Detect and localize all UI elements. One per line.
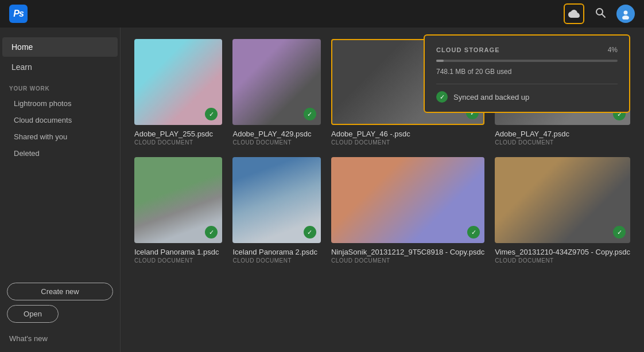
sidebar-item-learn[interactable]: Learn <box>2 57 118 77</box>
sidebar: Home Learn YOUR WORK Lightroom photos Cl… <box>0 28 121 352</box>
file-thumb-1: ✓ <box>232 39 321 125</box>
sidebar-item-home[interactable]: Home <box>2 37 118 57</box>
topnav-left: Ps <box>9 5 28 23</box>
file-name-0: Adobe_PLAY_255.psdc <box>134 130 222 138</box>
cloud-storage-icon-button[interactable] <box>564 3 584 24</box>
cloud-storage-popup: CLOUD STORAGE 4% 748.1 MB of 20 GB used … <box>424 34 630 113</box>
main-layout: Home Learn YOUR WORK Lightroom photos Cl… <box>0 28 644 352</box>
file-name-6: NinjaSonik_20131212_9T5C8918 - Copy.psdc <box>331 248 484 256</box>
top-nav: Ps <box>0 0 644 28</box>
sync-badge-4: ✓ <box>205 226 218 238</box>
cloud-popup-percent: 4% <box>608 46 618 54</box>
svg-point-3 <box>624 11 628 15</box>
cloud-popup-header: CLOUD STORAGE 4% <box>436 46 618 54</box>
topnav-right <box>564 3 635 24</box>
file-card-0[interactable]: ✓ Adobe_PLAY_255.psdc CLOUD DOCUMENT <box>134 39 222 146</box>
file-card-4[interactable]: ✓ Iceland Panorama 1.psdc CLOUD DOCUMENT <box>134 157 222 264</box>
file-thumb-6: ✓ <box>331 157 484 243</box>
sidebar-nav: Home Learn YOUR WORK Lightroom photos Cl… <box>0 37 120 277</box>
file-type-3: CLOUD DOCUMENT <box>495 139 630 146</box>
content-area: CLOUD STORAGE 4% 748.1 MB of 20 GB used … <box>121 28 644 352</box>
open-button[interactable]: Open <box>7 305 59 323</box>
file-card-6[interactable]: ✓ NinjaSonik_20131212_9T5C8918 - Copy.ps… <box>331 157 484 264</box>
file-thumb-0: ✓ <box>134 39 222 125</box>
sidebar-section-your-work: YOUR WORK <box>0 77 120 95</box>
sidebar-item-cloud-documents[interactable]: Cloud documents <box>0 112 120 128</box>
svg-line-1 <box>602 14 606 17</box>
cloud-popup-status-text: Synced and backed up <box>453 93 529 101</box>
file-name-3: Adobe_PLAY_47.psdc <box>495 130 630 138</box>
file-type-0: CLOUD DOCUMENT <box>134 139 222 146</box>
file-name-5: Iceland Panorama 2.psdc <box>232 248 321 256</box>
file-type-7: CLOUD DOCUMENT <box>495 257 630 264</box>
cloud-popup-status: ✓ Synced and backed up <box>436 91 618 103</box>
whats-new-link[interactable]: What's new <box>0 323 120 343</box>
ps-logo: Ps <box>9 5 28 23</box>
file-type-6: CLOUD DOCUMENT <box>331 257 484 264</box>
sync-badge-6: ✓ <box>467 226 480 238</box>
file-card-7[interactable]: ✓ Vimes_20131210-434Z9705 - Copy.psdc CL… <box>495 157 630 264</box>
sync-badge-7: ✓ <box>613 226 626 238</box>
search-icon-button[interactable] <box>595 7 606 21</box>
create-new-button[interactable]: Create new <box>7 283 113 300</box>
file-name-7: Vimes_20131210-434Z9705 - Copy.psdc <box>495 248 630 256</box>
cloud-popup-divider <box>436 84 618 84</box>
cloud-progress-bar-fill <box>436 60 444 62</box>
file-type-1: CLOUD DOCUMENT <box>232 139 321 146</box>
file-type-4: CLOUD DOCUMENT <box>134 257 222 264</box>
sidebar-item-lightroom[interactable]: Lightroom photos <box>0 95 120 112</box>
sidebar-actions: Create new Open <box>0 277 120 323</box>
sync-badge-1: ✓ <box>304 108 316 120</box>
sync-badge-5: ✓ <box>304 226 316 238</box>
file-thumb-7: ✓ <box>495 157 630 243</box>
sidebar-item-shared[interactable]: Shared with you <box>0 128 120 145</box>
file-name-1: Adobe_PLAY_429.psdc <box>232 130 321 138</box>
file-card-5[interactable]: ✓ Iceland Panorama 2.psdc CLOUD DOCUMENT <box>232 157 321 264</box>
file-name-2: Adobe_PLAY_46 -.psdc <box>331 130 484 138</box>
file-name-4: Iceland Panorama 1.psdc <box>134 248 222 256</box>
cloud-popup-used: 748.1 MB of 20 GB used <box>436 68 618 76</box>
file-thumb-4: ✓ <box>134 157 222 243</box>
cloud-progress-bar-bg <box>436 60 618 62</box>
file-type-5: CLOUD DOCUMENT <box>232 257 321 264</box>
cloud-popup-title: CLOUD STORAGE <box>436 46 500 53</box>
file-card-1[interactable]: ✓ Adobe_PLAY_429.psdc CLOUD DOCUMENT <box>232 39 321 146</box>
sidebar-item-deleted[interactable]: Deleted <box>0 145 120 162</box>
file-thumb-5: ✓ <box>232 157 321 243</box>
synced-check-icon: ✓ <box>436 91 448 103</box>
sync-badge-0: ✓ <box>205 108 218 120</box>
file-type-2: CLOUD DOCUMENT <box>331 139 484 146</box>
user-avatar[interactable] <box>616 5 635 23</box>
